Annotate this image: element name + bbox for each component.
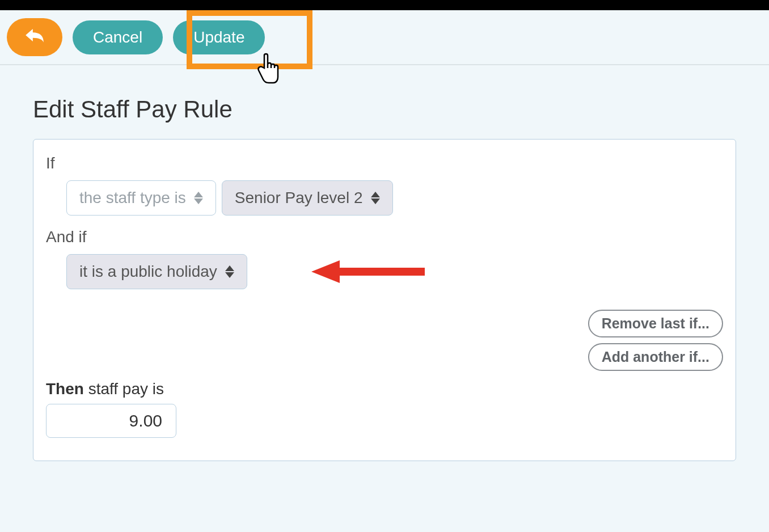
if-label: If — [46, 154, 723, 172]
svg-marker-0 — [311, 260, 425, 283]
sort-icon — [194, 192, 203, 204]
condition-field-select[interactable]: the staff type is — [66, 180, 216, 216]
rule-panel: If the staff type is Senior Pay level 2 … — [33, 139, 736, 461]
condition2-text: it is a public holiday — [79, 263, 217, 281]
pay-amount-input[interactable] — [46, 404, 176, 438]
add-another-if-button[interactable]: Add another if... — [588, 343, 723, 371]
condition-value-select[interactable]: Senior Pay level 2 — [222, 180, 393, 216]
then-label: Then staff pay is — [46, 380, 723, 398]
cursor-pointer-icon — [255, 51, 280, 87]
red-arrow-annotation — [311, 257, 430, 288]
condition-value-text: Senior Pay level 2 — [235, 189, 363, 207]
andif-label: And if — [46, 228, 723, 246]
condition2-select[interactable]: it is a public holiday — [66, 254, 247, 289]
then-rest: staff pay is — [84, 380, 164, 398]
back-arrow-icon — [24, 26, 45, 48]
sort-icon — [225, 265, 234, 278]
top-black-bar — [0, 0, 769, 10]
update-button[interactable]: Update — [173, 20, 265, 54]
condition-row-1: the staff type is Senior Pay level 2 — [66, 180, 723, 216]
cancel-button[interactable]: Cancel — [73, 20, 163, 54]
side-buttons: Remove last if... Add another if... — [588, 310, 723, 371]
back-button[interactable] — [7, 18, 62, 56]
toolbar: Cancel Update — [0, 10, 769, 65]
page-title: Edit Staff Pay Rule — [33, 96, 736, 123]
sort-icon — [371, 192, 380, 204]
remove-last-if-button[interactable]: Remove last if... — [588, 310, 723, 337]
condition-field-value: the staff type is — [79, 189, 186, 207]
then-bold: Then — [46, 380, 84, 398]
page-body: Edit Staff Pay Rule If the staff type is… — [0, 65, 769, 484]
